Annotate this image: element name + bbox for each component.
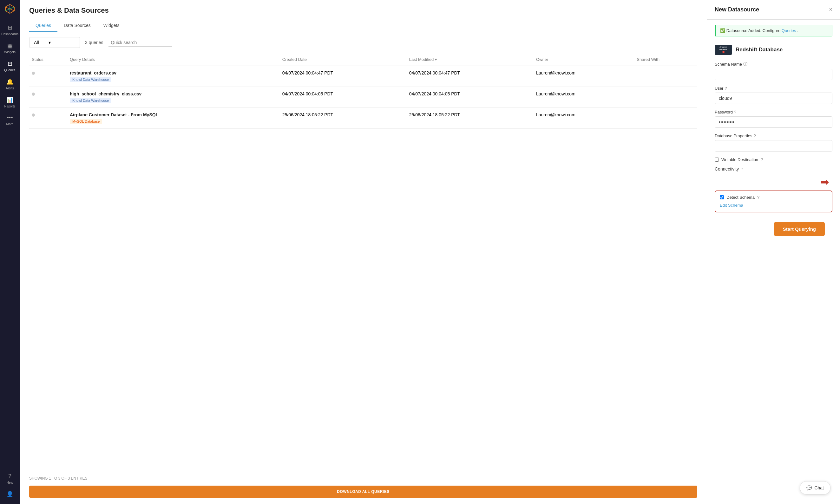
tabs-bar: Queries Data Sources Widgets: [29, 20, 697, 32]
user-input[interactable]: [715, 93, 833, 104]
datasource-name: Redshift Database: [736, 47, 783, 53]
writable-destination-checkbox[interactable]: [715, 158, 719, 162]
password-input[interactable]: [715, 116, 833, 128]
connectivity-label: Connectivity ?: [715, 166, 833, 172]
row-shared-with: [634, 108, 697, 129]
main-content: Queries & Data Sources Queries Data Sour…: [20, 0, 707, 504]
sidebar-item-dashboards[interactable]: ⊞ Dashboards: [0, 21, 20, 39]
row-status: [29, 66, 67, 87]
sidebar-bottom: ? Help 👤: [5, 470, 15, 501]
sidebar-item-help[interactable]: ? Help: [5, 470, 15, 487]
password-group: Password ?: [715, 110, 833, 128]
detect-schema-row: Detect Schema ?: [720, 195, 827, 200]
chevron-down-icon: ▾: [49, 40, 51, 45]
page-header: Queries & Data Sources Queries Data Sour…: [20, 0, 707, 32]
row-owner: Lauren@knowi.com: [533, 87, 634, 108]
detect-schema-box: Detect Schema ? Edit Schema: [715, 191, 833, 212]
row-query-details: Airplane Customer Dataset - From MySQL M…: [67, 108, 280, 129]
schema-name-help-icon[interactable]: ⓘ: [743, 61, 747, 67]
panel-title: New Datasource: [715, 6, 759, 13]
table-row[interactable]: high_school_chemistry_class.csv Knowl Da…: [29, 87, 697, 108]
sidebar-item-queries[interactable]: ⊟ Queries: [0, 57, 20, 75]
success-icon: ✅: [720, 28, 725, 33]
password-help-icon[interactable]: ?: [734, 110, 736, 114]
start-querying-button[interactable]: Start Querying: [774, 222, 825, 236]
edit-schema-link[interactable]: Edit Schema: [720, 203, 743, 208]
red-arrow: ➡: [821, 176, 829, 188]
row-modified-date: 25/06/2024 18:05:22 PDT: [407, 108, 533, 129]
row-status: [29, 87, 67, 108]
sidebar-item-alerts[interactable]: 🔔 Alerts: [0, 75, 20, 93]
dashboards-icon: ⊞: [7, 24, 12, 31]
queries-table: Status Query Details Created Date Last M…: [29, 53, 697, 129]
row-modified-date: 04/07/2024 00:04:05 PDT: [407, 87, 533, 108]
datasource-header: AmazonRedshift🔴 Redshift Database: [707, 41, 840, 61]
app-logo[interactable]: [4, 3, 16, 15]
user-avatar[interactable]: 👤: [5, 487, 15, 501]
database-properties-input[interactable]: [715, 140, 833, 151]
more-icon: •••: [7, 114, 13, 121]
right-panel: New Datasource × ✅ Datasource Added. Con…: [707, 0, 840, 504]
help-icon: ?: [8, 473, 12, 480]
row-query-details: high_school_chemistry_class.csv Knowl Da…: [67, 87, 280, 108]
connectivity-help-icon[interactable]: ?: [741, 167, 743, 172]
table-header-row: Status Query Details Created Date Last M…: [29, 53, 697, 66]
schema-name-group: Schema Name ⓘ: [715, 61, 833, 80]
search-input[interactable]: [108, 39, 172, 47]
close-button[interactable]: ×: [829, 6, 833, 13]
alerts-icon: 🔔: [6, 78, 13, 85]
page-title: Queries & Data Sources: [29, 6, 697, 15]
sidebar-item-more[interactable]: ••• More: [0, 111, 20, 129]
row-status: [29, 108, 67, 129]
toolbar: All ▾ 3 queries: [20, 32, 707, 53]
user-label: User ?: [715, 86, 833, 91]
col-created-date: Created Date: [280, 53, 407, 66]
row-created-date: 04/07/2024 00:04:05 PDT: [280, 87, 407, 108]
form-section: Schema Name ⓘ User ? Password ? Database…: [707, 61, 840, 176]
col-status: Status: [29, 53, 67, 66]
row-shared-with: [634, 66, 697, 87]
success-banner: ✅ Datasource Added. Configure Queries .: [715, 25, 833, 36]
database-properties-label: Database Properties ?: [715, 133, 833, 138]
tab-data-sources[interactable]: Data Sources: [57, 20, 97, 32]
datasource-logo: AmazonRedshift🔴: [715, 45, 732, 55]
row-shared-with: [634, 87, 697, 108]
row-query-details: restaurant_orders.csv Knowl Data Warehou…: [67, 66, 280, 87]
queries-table-container: Status Query Details Created Date Last M…: [20, 53, 707, 471]
user-help-icon[interactable]: ?: [724, 86, 727, 91]
col-shared-with: Shared With: [634, 53, 697, 66]
writable-destination-row: Writable Destination ?: [715, 157, 833, 162]
row-created-date: 04/07/2024 00:04:47 PDT: [280, 66, 407, 87]
col-query-details: Query Details: [67, 53, 280, 66]
chat-icon: 💬: [806, 485, 812, 490]
table-footer: SHOWING 1 TO 3 OF 3 ENTRIES: [20, 471, 707, 486]
tab-widgets[interactable]: Widgets: [97, 20, 126, 32]
schema-name-label: Schema Name ⓘ: [715, 61, 833, 67]
user-icon: 👤: [6, 491, 13, 498]
sidebar: ⊞ Dashboards ▦ Widgets ⊟ Queries 🔔 Alert…: [0, 0, 20, 504]
schema-name-input[interactable]: [715, 69, 833, 80]
filter-dropdown[interactable]: All ▾: [29, 37, 80, 48]
widgets-icon: ▦: [7, 42, 13, 49]
detect-schema-help-icon[interactable]: ?: [757, 195, 759, 200]
sidebar-item-widgets[interactable]: ▦ Widgets: [0, 39, 20, 57]
database-properties-help-icon[interactable]: ?: [754, 133, 756, 138]
row-owner: Lauren@knowi.com: [533, 108, 634, 129]
queries-icon: ⊟: [7, 60, 12, 67]
queries-count: 3 queries: [85, 40, 103, 45]
detect-schema-checkbox[interactable]: [720, 195, 724, 199]
sidebar-item-reports[interactable]: 📊 Reports: [0, 93, 20, 111]
chat-button[interactable]: 💬 Chat: [800, 481, 830, 494]
password-label: Password ?: [715, 110, 833, 114]
tab-queries[interactable]: Queries: [29, 20, 57, 32]
table-row[interactable]: Airplane Customer Dataset - From MySQL M…: [29, 108, 697, 129]
panel-header: New Datasource ×: [707, 0, 840, 20]
configure-queries-link[interactable]: Queries: [782, 28, 796, 33]
table-row[interactable]: restaurant_orders.csv Knowl Data Warehou…: [29, 66, 697, 87]
row-owner: Lauren@knowi.com: [533, 66, 634, 87]
row-modified-date: 04/07/2024 00:04:47 PDT: [407, 66, 533, 87]
col-last-modified: Last Modified ▾: [407, 53, 533, 66]
database-properties-group: Database Properties ?: [715, 133, 833, 151]
download-all-queries-button[interactable]: DOWNLOAD ALL QUERIES: [29, 486, 697, 498]
writable-destination-help-icon[interactable]: ?: [761, 157, 763, 162]
